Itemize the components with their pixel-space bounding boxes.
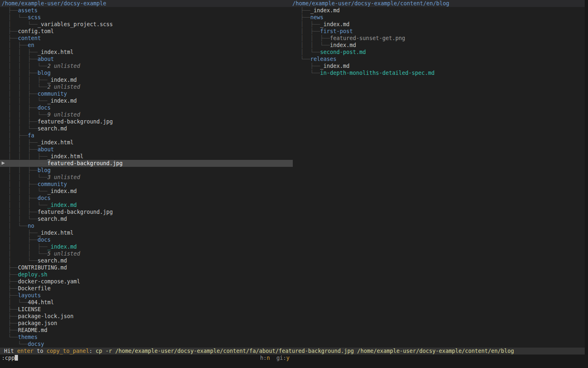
tree-row[interactable]: ├──layouts [0, 292, 293, 299]
command-input-value[interactable]: :cpp [2, 355, 15, 361]
tree-row[interactable]: │ │ ├──blog [0, 167, 293, 174]
file-name: 3 unlisted [47, 174, 80, 180]
tree-row[interactable]: │ ├──docs [0, 236, 293, 243]
tree-row[interactable]: │ │ ├──docs [0, 104, 293, 111]
tree-row[interactable]: │ │ ├──about [0, 56, 293, 63]
flag-gitignore-value[interactable]: y [286, 355, 290, 361]
tree-row[interactable]: │ │ │ └──2 unlisted [0, 83, 293, 90]
file-name: package-lock.json [18, 313, 74, 319]
tree-branch-lines: │ └── [2, 223, 28, 229]
tree-branch-lines: │ │ ├── [2, 49, 38, 55]
tree-branch-lines: │ │ └── [2, 251, 47, 257]
tree-row[interactable]: ├──_index.md [292, 7, 588, 14]
file-name: LICENSE [18, 306, 41, 312]
file-name: README.md [18, 327, 47, 333]
tree-row[interactable]: │ │ └──search.md [0, 125, 293, 132]
file-name: _index.md [47, 188, 77, 194]
tree-row[interactable]: ├──deploy.sh [0, 271, 293, 278]
tree-row[interactable]: │ │ ├──community [0, 90, 293, 97]
tree-row[interactable]: │ └──404.html [0, 299, 293, 306]
tree-branch-lines: │ │ └── [2, 126, 38, 132]
file-name: 5 unlisted [47, 251, 80, 257]
tree-row[interactable]: │ └──second-post.md [292, 49, 588, 56]
tree-row[interactable]: ├──README.md [0, 327, 293, 334]
tree-row[interactable]: │ │ ├──featured-background.jpg [0, 118, 293, 125]
tree-row[interactable]: │ │ ├──docs [0, 195, 293, 202]
file-name: _index.md [47, 77, 77, 83]
tree-row[interactable]: │ │ │ └──9 unlisted [0, 111, 293, 118]
file-name: _index.md [320, 21, 350, 27]
tree-row[interactable]: ├──LICENSE [0, 306, 293, 313]
tree-row[interactable]: │ └──no [0, 222, 293, 229]
tree-row[interactable]: │ │ └──search.md [0, 215, 293, 222]
left-panel-path[interactable]: /home/example-user/docsy-example [2, 0, 106, 7]
dir-name: en [28, 42, 34, 48]
tree-row[interactable]: │ │ │ └──3 unlisted [0, 174, 293, 181]
tree-row[interactable]: │ │ ├──community [0, 181, 293, 188]
tree-row[interactable]: │ │ ├──about [0, 146, 293, 153]
tree-branch-lines: │ │ │ ├── [2, 153, 47, 159]
tree-row[interactable]: │ │ └──index.md [292, 42, 588, 49]
tree-branch-lines: │ │ ├── [294, 35, 330, 41]
tree-row[interactable]: │ └──search.md [0, 257, 293, 264]
tree-branch-lines: │ │ ├── [2, 244, 47, 250]
tree-row[interactable]: │ ├──_index.md [292, 21, 588, 28]
tree-branch-lines: │ │ └── [2, 216, 38, 222]
tree-row[interactable]: │ └──scss [0, 14, 293, 21]
tree-branch-lines: │ │ ├── [2, 195, 38, 201]
tree-row[interactable]: ├──config.toml [0, 28, 293, 35]
right-panel-path[interactable]: /home/example-user/docsy-example/content… [292, 0, 449, 7]
tree-row[interactable]: │ │ ├──_index.md [0, 243, 293, 250]
tree-row[interactable]: │ └──_variables_project.scss [0, 21, 293, 28]
tree-row[interactable]: ├──content [0, 35, 293, 42]
tree-row[interactable]: │ │ │ └──_index.md [0, 188, 293, 195]
tree-row[interactable]: │ │ │ └──2 unlisted [0, 63, 293, 70]
tree-row[interactable]: │ │ │ ├──_index.html [0, 153, 293, 160]
tree-row[interactable]: │ ├──first-post [292, 28, 588, 35]
tree-row[interactable]: │ ├──en [0, 42, 293, 49]
file-name: 9 unlisted [47, 112, 80, 118]
dir-name: first-post [320, 28, 353, 34]
tree-branch-lines: │ ├── [2, 132, 28, 139]
tree-row[interactable]: ├──assets [0, 7, 293, 14]
tree-row[interactable]: ├──Dockerfile [0, 285, 293, 292]
tree-row[interactable]: ├──package-lock.json [0, 313, 293, 320]
tree-row[interactable]: ├──news [292, 14, 588, 21]
text-cursor [15, 355, 18, 361]
tree-branch-lines: │ │ ├── [2, 119, 38, 125]
tree-row[interactable]: │ ├──_index.html [0, 229, 293, 236]
tree-row[interactable]: │ │ │ └──_index.md [0, 97, 293, 104]
dir-name: scss [28, 14, 41, 20]
tree-branch-lines: │ │ │ └── [2, 84, 47, 90]
tree-row[interactable]: ├──docker-compose.yaml [0, 278, 293, 285]
tree-row[interactable]: └──docsy [0, 341, 293, 348]
tree-row[interactable]: ├──package.json [0, 320, 293, 327]
tree-row[interactable]: │ │ ├──_index.html [0, 49, 293, 56]
tree-row[interactable]: │ │ └──5 unlisted [0, 250, 293, 257]
panel-header-band: /home/example-user/docsy-example /home/e… [0, 0, 585, 7]
tree-row[interactable]: └──themes [0, 334, 293, 341]
tree-branch-lines: │ └── [2, 21, 38, 27]
tree-row[interactable]: ├──_index.md [292, 63, 588, 70]
tree-row[interactable]: ├──CONTRIBUTING.md [0, 264, 293, 271]
tree-branch-lines: └── [2, 334, 18, 340]
tree-row[interactable]: │ │ │ └──_index.md [0, 202, 293, 209]
tree-row[interactable]: │ │ │ └──featured-background.jpg [0, 160, 293, 167]
tree-row[interactable]: └──releases [292, 56, 588, 63]
tree-row[interactable]: │ │ ├──featured-sunset-get.png [292, 35, 588, 42]
dir-name: no [28, 223, 34, 229]
status-shell-command: cp -r /home/example-user/docsy-example/c… [96, 348, 514, 354]
flag-hidden-value[interactable]: n [267, 355, 270, 361]
tree-row[interactable]: │ │ ├──_index.html [0, 139, 293, 146]
tree-row[interactable]: │ ├──fa [0, 132, 293, 139]
dir-name: fa [28, 132, 34, 139]
tree-row[interactable]: │ │ ├──featured-background.jpg [0, 209, 293, 215]
tree-branch-lines: ├── [294, 14, 310, 20]
tree-row[interactable]: │ │ ├──blog [0, 70, 293, 76]
mode-flags: h:n gi:y [260, 355, 290, 361]
file-name: CONTRIBUTING.md [18, 265, 67, 271]
command-input-line[interactable]: :cpph:n gi:y [0, 355, 588, 368]
tree-branch-lines: └── [294, 56, 310, 62]
tree-row[interactable]: │ │ │ ├──_index.md [0, 76, 293, 83]
tree-row[interactable]: └──in-depth-monoliths-detailed-spec.md [292, 70, 588, 76]
